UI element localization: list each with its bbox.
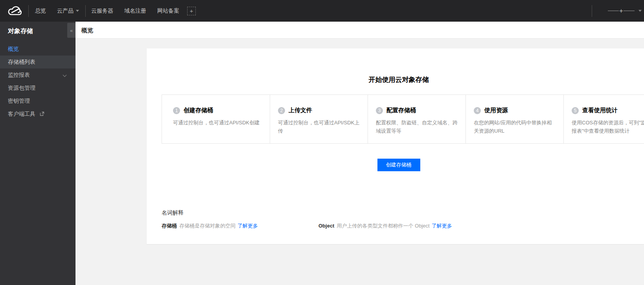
step-title: 创建存储桶 [184,107,213,114]
top-nav: 总览 云产品 云服务器 域名注册 网站备案 + + [0,0,644,22]
step-use-resources: 4 使用资源 在您的网站/应用的代码中替换掉相关资源的URL [466,95,563,143]
sidebar-item-label: 客户端工具 [8,111,35,117]
glossary-terms: 存储桶存储桶是存储对象的空间了解更多 Object用户上传的各类型文件都称作一个… [162,222,644,229]
nav-cloud-products-label: 云产品 [57,7,74,15]
step-configure-bucket: 3 配置存储桶 配置权限、防盗链、自定义域名、跨域设置等等 [368,95,466,143]
step-number-badge: 1 [173,107,180,114]
getting-started-title: 开始使用云对象存储 [147,75,644,84]
nav-divider [592,5,592,17]
sidebar-item-label: 监控报表 [8,72,30,78]
nav-quicklink-cvm[interactable]: 云服务器 [91,7,113,15]
chevron-down-icon [63,73,67,77]
overview-card-inner: 开始使用云对象存储 1 创建存储桶 可通过控制台，也可通过API/SDK创建 2… [147,75,644,229]
step-description: 在您的网站/应用的代码中替换掉相关资源的URL [474,118,556,135]
content-area: 开始使用云对象存储 1 创建存储桶 可通过控制台，也可通过API/SDK创建 2… [75,39,644,285]
term-description: 存储桶是存储对象的空间 [179,223,236,229]
add-quicklink-button[interactable]: + [187,7,196,15]
nav-quicklink-domain[interactable]: 域名注册 [124,7,146,15]
caret-down-icon [76,10,79,12]
overview-card: 开始使用云对象存储 1 创建存储桶 可通过控制台，也可通过API/SDK创建 2… [147,48,644,244]
sidebar: 对象存储 « 概览 存储桶列表 监控报表 资源包管理 密钥管理 客户端工具 [0,22,75,285]
step-create-bucket: 1 创建存储桶 可通过控制台，也可通过API/SDK创建 [162,95,270,143]
glossary-term-bucket: 存储桶存储桶是存储对象的空间了解更多 [162,222,318,229]
sidebar-item-label: 资源包管理 [8,85,35,91]
step-description: 可通过控制台，也可通过API/SDK创建 [173,118,262,127]
step-title: 配置存储桶 [386,107,416,114]
sidebar-collapse-button[interactable]: « [67,23,75,38]
page-title: 概览 [81,27,93,33]
sidebar-item-label: 密钥管理 [8,98,30,104]
step-view-statistics: 5 查看使用统计 使用COS存储的资源后，可到"监控报表"中查看使用数据统计 [563,95,644,143]
nav-divider [28,5,29,17]
page-header: 概览 [75,22,644,39]
term-name: Object [318,223,334,229]
button-row: 创建存储桶 [147,159,644,171]
sidebar-title: 对象存储 [8,28,33,34]
learn-more-link[interactable]: 了解更多 [432,223,452,229]
step-title: 上传文件 [289,107,312,114]
step-number-badge: 3 [376,107,383,114]
step-title: 查看使用统计 [582,107,618,114]
sidebar-item-monitor-reports[interactable]: 监控报表 [0,68,75,81]
step-description: 使用COS存储的资源后，可到"监控报表"中查看使用数据统计 [572,118,644,135]
sidebar-item-resource-packs[interactable]: 资源包管理 [0,81,75,94]
sidebar-item-key-management[interactable]: 密钥管理 [0,94,75,107]
external-link-icon [40,111,44,116]
step-number-badge: 2 [278,107,285,114]
learn-more-link[interactable]: 了解更多 [237,223,258,229]
plus-icon: + [619,7,623,14]
nav-right-group: + [591,0,644,22]
sidebar-item-label: 概览 [8,46,19,52]
term-description: 用户上传的各类型文件都称作一个 Object [337,223,429,229]
glossary-term-object: Object用户上传的各类型文件都称作一个 Object了解更多 [318,222,475,229]
sidebar-item-client-tools[interactable]: 客户端工具 [0,107,75,120]
collapse-chevrons-icon: « [70,28,73,33]
dash-icon [608,11,619,11]
sidebar-header: 对象存储 « [0,22,75,40]
step-number-badge: 4 [474,107,481,114]
nav-quicklink-icp[interactable]: 网站备案 [157,7,179,15]
plus-icon: + [190,7,193,14]
step-description: 可通过控制台，也可通过API/SDK上传 [278,118,360,135]
nav-divider [85,5,86,17]
caret-down-icon [638,10,642,12]
term-name: 存储桶 [162,223,177,229]
step-upload-file: 2 上传文件 可通过控制台，也可通过API/SDK上传 [270,95,368,143]
steps-row: 1 创建存储桶 可通过控制台，也可通过API/SDK创建 2 上传文件 可通过控… [162,94,644,144]
sidebar-item-bucket-list[interactable]: 存储桶列表 [0,56,75,68]
step-title: 使用资源 [484,107,508,114]
dash-icon [624,11,635,11]
account-dropdown[interactable]: + [608,7,642,14]
sidebar-item-overview[interactable]: 概览 [0,43,75,56]
step-number-badge: 5 [572,107,579,114]
tencent-cloud-logo-icon[interactable] [7,5,23,17]
nav-cloud-products[interactable]: 云产品 [57,7,79,15]
sidebar-item-label: 存储桶列表 [8,59,35,65]
create-bucket-button[interactable]: 创建存储桶 [377,159,420,171]
glossary-heading: 名词解释 [162,209,644,217]
main-area: 概览 开始使用云对象存储 1 创建存储桶 可通过控制台，也可通过API/SDK创… [75,22,644,285]
sidebar-menu: 概览 存储桶列表 监控报表 资源包管理 密钥管理 客户端工具 [0,43,75,120]
nav-overview[interactable]: 总览 [35,7,46,15]
step-description: 配置权限、防盗链、自定义域名、跨域设置等等 [376,118,458,135]
